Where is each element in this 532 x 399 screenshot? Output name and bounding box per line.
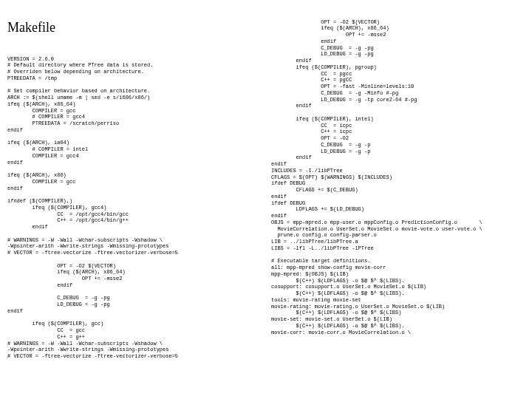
- left-column: Makefile VERSION = 2.6.0 # Default direc…: [7, 6, 261, 372]
- document-title: Makefile: [7, 19, 261, 36]
- right-column: OPT = -O2 $(VECTOR) ifeq ($(ARCH), x86_6…: [271, 6, 525, 372]
- left-code-block: VERSION = 2.6.0 # Default directory wher…: [7, 56, 261, 360]
- right-code-block: OPT = -O2 $(VECTOR) ifeq ($(ARCH), x86_6…: [271, 19, 525, 336]
- makefile-page: Makefile VERSION = 2.6.0 # Default direc…: [0, 0, 532, 378]
